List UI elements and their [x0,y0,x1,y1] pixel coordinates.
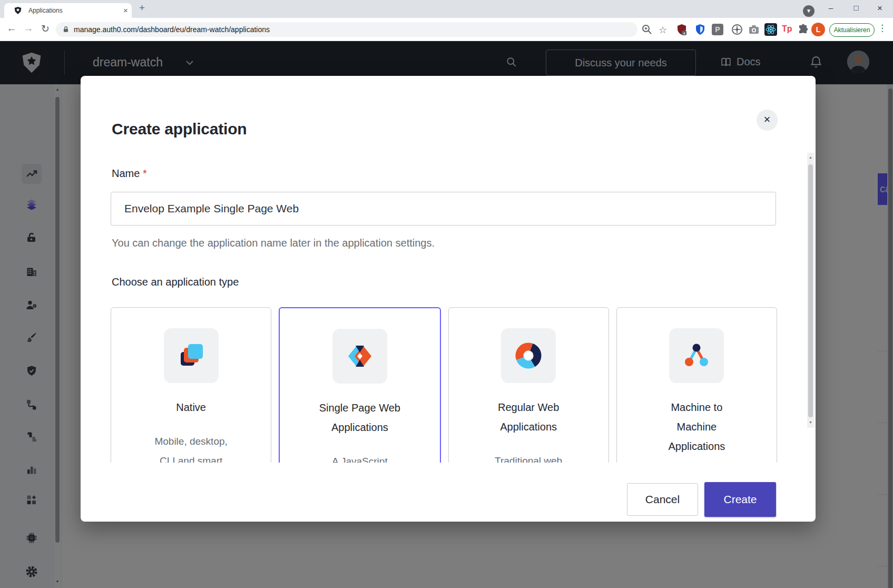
card-title: Machine to Machine Applications [660,398,733,456]
chrome-update-icon[interactable]: ▼ [803,5,815,17]
address-bar[interactable]: manage.auth0.com/dashboard/eu/dream-watc… [56,22,637,37]
name-helper-text: You can change the application name late… [112,237,435,249]
forward-button[interactable]: → [21,23,36,34]
react-devtools-extension-icon[interactable] [764,23,777,36]
modal-close-button[interactable]: × [757,110,778,131]
app-type-card-m2m[interactable]: Machine to Machine Applications [616,307,777,463]
cancel-button[interactable]: Cancel [627,483,698,516]
tab-close-icon[interactable]: × [123,6,128,15]
chrome-update-button[interactable]: Aktualisieren [829,23,875,37]
browser-window: Applications × + ▼ – □ × ← → ↻ manage.au… [0,0,893,588]
name-label: Name * [112,168,147,180]
browser-toolbar: ← → ↻ manage.auth0.com/dashboard/eu/drea… [0,18,893,41]
browser-menu-icon[interactable]: ⋮ [878,23,886,34]
zoom-icon[interactable] [641,23,653,36]
application-type-cards: Native Mobile, desktop, CLI and smart Si… [111,307,777,463]
spa-icon [332,329,387,384]
lock-icon [62,26,70,33]
crosshair-extension-icon[interactable] [731,23,743,36]
scroll-up-icon[interactable]: ▲ [807,155,814,159]
create-button[interactable]: Create [704,482,776,517]
bookmark-star-icon[interactable]: ☆ [659,24,667,36]
maximize-button[interactable]: □ [846,3,867,12]
card-title: Single Page Web Applications [307,398,413,437]
new-tab-button[interactable]: + [139,2,145,14]
camera-extension-icon[interactable] [748,23,760,36]
machine-to-machine-icon [669,328,724,383]
reload-button[interactable]: ↻ [38,23,53,35]
regular-web-icon [501,328,556,383]
choose-type-label: Choose an application type [112,276,239,288]
svg-text:4: 4 [683,31,685,36]
p-extension-icon[interactable]: P [712,24,723,35]
card-title: Native [139,398,244,417]
back-button[interactable]: ← [4,23,19,34]
tab-title: Applications [28,7,63,14]
app-type-card-native[interactable]: Native Mobile, desktop, CLI and smart [111,307,271,463]
modal-scrollbar[interactable]: ▲ ▼ [807,153,814,428]
bitwarden-extension-icon[interactable] [694,23,706,36]
create-application-modal: Create application × Name * You can chan… [81,76,816,522]
browser-tab[interactable]: Applications × [4,3,132,18]
card-description: Mobile, desktop, CLI and smart [148,432,234,463]
ublock-extension-icon[interactable]: 4 [675,23,688,36]
url-text: manage.auth0.com/dashboard/eu/dream-watc… [74,25,270,34]
scroll-down-icon[interactable]: ▼ [807,420,814,424]
native-icon [164,328,219,383]
browser-titlebar: Applications × + ▼ – □ × [0,0,893,18]
browser-profile-avatar[interactable]: L [811,23,825,36]
application-name-input[interactable] [111,192,776,226]
card-description: Traditional web [485,451,572,463]
tp-extension-icon[interactable]: Tp [782,24,792,34]
modal-scrollbar-thumb[interactable] [808,164,813,417]
modal-scroll-area: Name * You can change the application na… [81,141,816,463]
app-type-card-spa[interactable]: Single Page Web Applications A JavaScrip… [279,307,440,463]
required-mark: * [143,168,147,179]
card-description: A JavaScript [316,452,403,463]
extensions-puzzle-icon[interactable] [797,23,810,36]
window-close-button[interactable]: × [869,3,890,14]
auth0-favicon [14,6,22,15]
minimize-button[interactable]: – [820,3,841,12]
card-title: Regular Web Applications [476,398,581,437]
app-type-card-regular-web[interactable]: Regular Web Applications Traditional web [448,307,609,463]
modal-title: Create application [112,120,247,138]
